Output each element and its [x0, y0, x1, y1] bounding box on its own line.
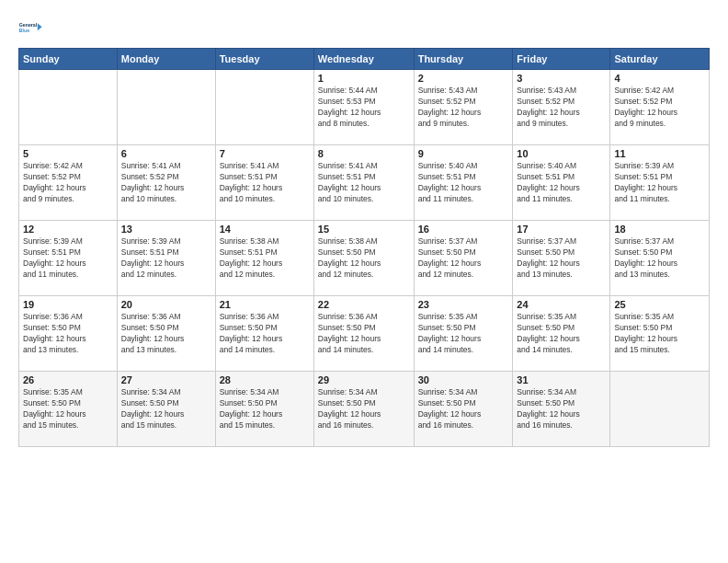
- day-number: 20: [121, 299, 211, 310]
- day-number: 25: [614, 299, 705, 310]
- calendar-day-cell: 2Sunrise: 5:43 AM Sunset: 5:52 PM Daylig…: [414, 70, 513, 145]
- day-of-week-header: Saturday: [610, 49, 710, 70]
- calendar-day-cell: [117, 70, 215, 145]
- day-info: Sunrise: 5:36 AM Sunset: 5:50 PM Dayligh…: [318, 312, 410, 356]
- day-number: 12: [23, 224, 113, 235]
- calendar-day-cell: 7Sunrise: 5:41 AM Sunset: 5:51 PM Daylig…: [215, 145, 313, 221]
- calendar-day-cell: 11Sunrise: 5:39 AM Sunset: 5:51 PM Dayli…: [610, 145, 710, 221]
- day-number: 19: [23, 299, 113, 310]
- day-info: Sunrise: 5:41 AM Sunset: 5:52 PM Dayligh…: [121, 161, 211, 205]
- calendar-day-cell: 8Sunrise: 5:41 AM Sunset: 5:51 PM Daylig…: [313, 145, 414, 221]
- calendar-week-row: 12Sunrise: 5:39 AM Sunset: 5:51 PM Dayli…: [19, 221, 710, 296]
- day-number: 18: [614, 224, 705, 235]
- day-of-week-header: Friday: [513, 49, 610, 70]
- day-number: 17: [517, 224, 606, 235]
- logo: GeneralBlue: [18, 15, 44, 40]
- day-number: 4: [614, 73, 705, 84]
- calendar-day-cell: 6Sunrise: 5:41 AM Sunset: 5:52 PM Daylig…: [117, 145, 215, 221]
- calendar-week-row: 5Sunrise: 5:42 AM Sunset: 5:52 PM Daylig…: [19, 145, 710, 221]
- calendar-week-row: 1Sunrise: 5:44 AM Sunset: 5:53 PM Daylig…: [19, 70, 710, 145]
- calendar-day-cell: 9Sunrise: 5:40 AM Sunset: 5:51 PM Daylig…: [414, 145, 513, 221]
- svg-text:Blue: Blue: [19, 28, 29, 33]
- day-info: Sunrise: 5:34 AM Sunset: 5:50 PM Dayligh…: [318, 387, 410, 431]
- day-number: 3: [517, 73, 606, 84]
- calendar-day-cell: 25Sunrise: 5:35 AM Sunset: 5:50 PM Dayli…: [610, 296, 710, 372]
- day-of-week-header: Monday: [117, 49, 215, 70]
- day-number: 9: [418, 148, 509, 159]
- day-info: Sunrise: 5:40 AM Sunset: 5:51 PM Dayligh…: [517, 161, 606, 205]
- calendar-day-cell: 21Sunrise: 5:36 AM Sunset: 5:50 PM Dayli…: [215, 296, 313, 372]
- calendar-day-cell: [19, 70, 118, 145]
- day-number: 21: [220, 299, 310, 310]
- calendar-week-row: 26Sunrise: 5:35 AM Sunset: 5:50 PM Dayli…: [19, 372, 710, 447]
- calendar-day-cell: 18Sunrise: 5:37 AM Sunset: 5:50 PM Dayli…: [610, 221, 710, 296]
- day-of-week-header: Tuesday: [215, 49, 313, 70]
- calendar-day-cell: 26Sunrise: 5:35 AM Sunset: 5:50 PM Dayli…: [19, 372, 118, 447]
- calendar-day-cell: 15Sunrise: 5:38 AM Sunset: 5:50 PM Dayli…: [313, 221, 414, 296]
- day-info: Sunrise: 5:36 AM Sunset: 5:50 PM Dayligh…: [220, 312, 310, 356]
- calendar-day-cell: 23Sunrise: 5:35 AM Sunset: 5:50 PM Dayli…: [414, 296, 513, 372]
- calendar-day-cell: 1Sunrise: 5:44 AM Sunset: 5:53 PM Daylig…: [313, 70, 414, 145]
- day-info: Sunrise: 5:34 AM Sunset: 5:50 PM Dayligh…: [220, 387, 310, 431]
- day-number: 7: [220, 148, 310, 159]
- calendar-day-cell: 30Sunrise: 5:34 AM Sunset: 5:50 PM Dayli…: [414, 372, 513, 447]
- calendar-day-cell: 20Sunrise: 5:36 AM Sunset: 5:50 PM Dayli…: [117, 296, 215, 372]
- calendar-day-cell: 29Sunrise: 5:34 AM Sunset: 5:50 PM Dayli…: [313, 372, 414, 447]
- calendar-day-cell: 4Sunrise: 5:42 AM Sunset: 5:52 PM Daylig…: [610, 70, 710, 145]
- day-info: Sunrise: 5:38 AM Sunset: 5:50 PM Dayligh…: [318, 236, 410, 281]
- day-info: Sunrise: 5:35 AM Sunset: 5:50 PM Dayligh…: [23, 387, 113, 431]
- calendar-day-cell: 19Sunrise: 5:36 AM Sunset: 5:50 PM Dayli…: [19, 296, 118, 372]
- logo-icon: GeneralBlue: [18, 15, 44, 40]
- day-number: 27: [121, 374, 211, 385]
- day-number: 6: [121, 148, 211, 159]
- calendar-table: SundayMondayTuesdayWednesdayThursdayFrid…: [18, 48, 710, 447]
- day-number: 23: [418, 299, 509, 310]
- day-info: Sunrise: 5:41 AM Sunset: 5:51 PM Dayligh…: [220, 161, 310, 205]
- day-number: 24: [517, 299, 606, 310]
- calendar-day-cell: 12Sunrise: 5:39 AM Sunset: 5:51 PM Dayli…: [19, 221, 118, 296]
- calendar-day-cell: 14Sunrise: 5:38 AM Sunset: 5:51 PM Dayli…: [215, 221, 313, 296]
- day-info: Sunrise: 5:39 AM Sunset: 5:51 PM Dayligh…: [23, 236, 113, 281]
- calendar-day-cell: 13Sunrise: 5:39 AM Sunset: 5:51 PM Dayli…: [117, 221, 215, 296]
- day-number: 2: [418, 73, 509, 84]
- calendar-day-cell: 24Sunrise: 5:35 AM Sunset: 5:50 PM Dayli…: [513, 296, 610, 372]
- day-header-row: SundayMondayTuesdayWednesdayThursdayFrid…: [19, 49, 710, 70]
- day-info: Sunrise: 5:39 AM Sunset: 5:51 PM Dayligh…: [121, 236, 211, 281]
- calendar-day-cell: [610, 372, 710, 447]
- calendar-day-cell: 10Sunrise: 5:40 AM Sunset: 5:51 PM Dayli…: [513, 145, 610, 221]
- calendar-day-cell: 27Sunrise: 5:34 AM Sunset: 5:50 PM Dayli…: [117, 372, 215, 447]
- calendar-day-cell: 3Sunrise: 5:43 AM Sunset: 5:52 PM Daylig…: [513, 70, 610, 145]
- day-info: Sunrise: 5:42 AM Sunset: 5:52 PM Dayligh…: [614, 86, 705, 130]
- day-of-week-header: Thursday: [414, 49, 513, 70]
- day-number: 26: [23, 374, 113, 385]
- day-of-week-header: Sunday: [19, 49, 118, 70]
- day-info: Sunrise: 5:39 AM Sunset: 5:51 PM Dayligh…: [614, 161, 705, 205]
- day-number: 10: [517, 148, 606, 159]
- day-info: Sunrise: 5:43 AM Sunset: 5:52 PM Dayligh…: [517, 86, 606, 130]
- day-number: 31: [517, 374, 606, 385]
- calendar-day-cell: 5Sunrise: 5:42 AM Sunset: 5:52 PM Daylig…: [19, 145, 118, 221]
- calendar-day-cell: 17Sunrise: 5:37 AM Sunset: 5:50 PM Dayli…: [513, 221, 610, 296]
- day-number: 15: [318, 224, 410, 235]
- day-info: Sunrise: 5:34 AM Sunset: 5:50 PM Dayligh…: [418, 387, 509, 431]
- day-info: Sunrise: 5:35 AM Sunset: 5:50 PM Dayligh…: [614, 312, 705, 356]
- day-number: 14: [220, 224, 310, 235]
- day-info: Sunrise: 5:34 AM Sunset: 5:50 PM Dayligh…: [121, 387, 211, 431]
- day-info: Sunrise: 5:34 AM Sunset: 5:50 PM Dayligh…: [517, 387, 606, 431]
- calendar-week-row: 19Sunrise: 5:36 AM Sunset: 5:50 PM Dayli…: [19, 296, 710, 372]
- header: GeneralBlue: [18, 15, 710, 40]
- day-number: 22: [318, 299, 410, 310]
- day-number: 13: [121, 224, 211, 235]
- calendar-day-cell: [215, 70, 313, 145]
- calendar-day-cell: 16Sunrise: 5:37 AM Sunset: 5:50 PM Dayli…: [414, 221, 513, 296]
- day-info: Sunrise: 5:40 AM Sunset: 5:51 PM Dayligh…: [418, 161, 509, 205]
- day-number: 11: [614, 148, 705, 159]
- day-info: Sunrise: 5:37 AM Sunset: 5:50 PM Dayligh…: [418, 236, 509, 281]
- svg-text:General: General: [19, 22, 38, 28]
- calendar-page: GeneralBlue SundayMondayTuesdayWednesday…: [0, 0, 728, 563]
- day-number: 8: [318, 148, 410, 159]
- day-info: Sunrise: 5:44 AM Sunset: 5:53 PM Dayligh…: [318, 86, 410, 130]
- day-number: 28: [220, 374, 310, 385]
- day-info: Sunrise: 5:35 AM Sunset: 5:50 PM Dayligh…: [418, 312, 509, 356]
- day-number: 1: [318, 73, 410, 84]
